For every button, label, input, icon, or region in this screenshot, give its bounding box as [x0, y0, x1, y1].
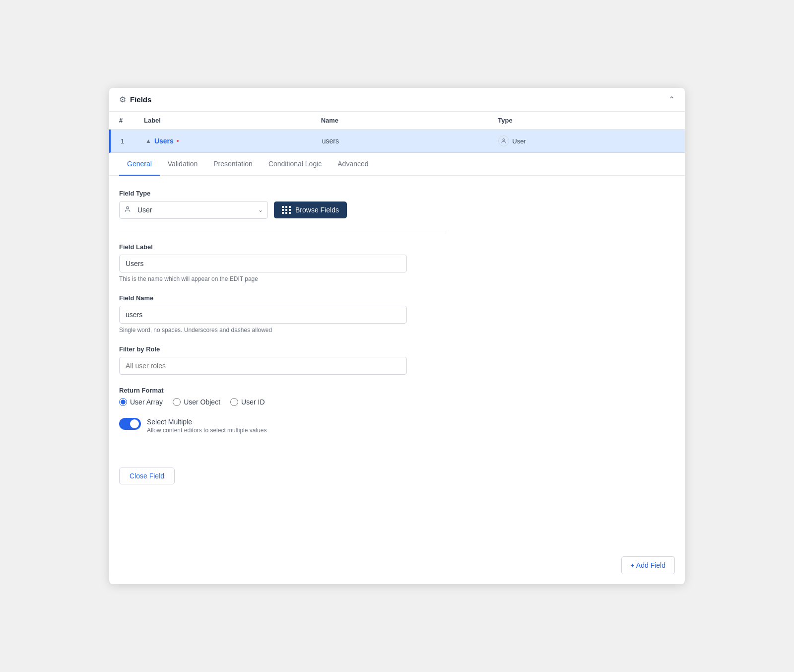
form-divider-1 [119, 231, 447, 231]
filter-by-role-input-wrapper [119, 357, 407, 375]
table-row[interactable]: 1 ▲ Users • users User [109, 130, 685, 153]
select-multiple-title: Select Multiple [147, 418, 266, 426]
radio-user-id[interactable]: User ID [230, 398, 265, 406]
filter-by-role-section: Filter by Role [119, 345, 447, 375]
field-label-hint: This is the name which will appear on th… [119, 275, 407, 282]
row-index: 1 [121, 137, 145, 145]
row-label-text: Users [154, 137, 174, 145]
gear-icon: ⚙ [119, 95, 126, 104]
field-editor: General Validation Presentation Conditio… [109, 153, 685, 499]
radio-user-object-input[interactable] [173, 398, 181, 406]
radio-user-id-input[interactable] [230, 398, 238, 406]
return-format-section: Return Format User Array User Object Use… [119, 387, 447, 406]
filter-by-role-label: Filter by Role [119, 345, 447, 353]
field-name-input[interactable] [119, 306, 407, 324]
radio-user-array-label: User Array [130, 398, 163, 406]
select-multiple-desc: Allow content editors to select multiple… [147, 427, 266, 434]
user-type-label: User [512, 137, 526, 145]
field-label-section: Field Label This is the name which will … [119, 243, 447, 282]
svg-point-0 [503, 139, 505, 141]
user-type-badge: User [498, 135, 526, 146]
field-type-select[interactable]: User [119, 201, 268, 219]
collapse-icon[interactable]: ⌃ [668, 95, 675, 104]
window-header: ⚙ Fields ⌃ [109, 88, 685, 112]
fields-panel: ⚙ Fields ⌃ # Label Name Type 1 ▲ Users •… [109, 88, 685, 584]
toggle-slider [119, 418, 141, 430]
header-left: ⚙ Fields [119, 95, 151, 104]
user-type-icon [498, 135, 509, 146]
row-name-cell: users [322, 137, 499, 145]
field-name-hint: Single word, no spaces. Underscores and … [119, 327, 407, 334]
filter-by-role-input[interactable] [119, 357, 407, 375]
field-type-section: Field Type User ⌄ [119, 190, 447, 219]
radio-user-id-label: User ID [241, 398, 265, 406]
field-type-row: User ⌄ Browse Fields [119, 201, 447, 219]
return-format-label: Return Format [119, 387, 447, 394]
field-label-input-wrapper: This is the name which will appear on th… [119, 255, 407, 282]
tab-validation[interactable]: Validation [160, 153, 205, 176]
toggle-row: Select Multiple Allow content editors to… [119, 418, 447, 434]
select-multiple-toggle[interactable] [119, 418, 141, 430]
field-type-select-wrapper: User ⌄ [119, 201, 268, 219]
field-name-input-wrapper: Single word, no spaces. Underscores and … [119, 306, 407, 334]
radio-user-object[interactable]: User Object [173, 398, 220, 406]
field-label-input[interactable] [119, 255, 407, 272]
row-chevron-icon: ▲ [145, 137, 151, 144]
col-label: Label [144, 117, 321, 124]
field-name-label: Field Name [119, 294, 447, 302]
select-multiple-section: Select Multiple Allow content editors to… [119, 418, 447, 434]
add-field-button[interactable]: + Add Field [621, 556, 675, 574]
form-content: Field Type User ⌄ [109, 176, 457, 460]
row-type-cell: User [498, 135, 675, 146]
tab-general[interactable]: General [119, 153, 160, 176]
col-number: # [119, 117, 144, 124]
radio-user-array[interactable]: User Array [119, 398, 163, 406]
tab-bar: General Validation Presentation Conditio… [109, 153, 685, 176]
close-field-button[interactable]: Close Field [119, 468, 175, 484]
tab-conditional-logic[interactable]: Conditional Logic [261, 153, 330, 176]
field-name-section: Field Name Single word, no spaces. Under… [119, 294, 447, 334]
return-format-radio-group: User Array User Object User ID [119, 398, 447, 406]
col-type: Type [498, 117, 675, 124]
browse-fields-label: Browse Fields [295, 206, 339, 214]
radio-user-array-input[interactable] [119, 398, 127, 406]
tab-presentation[interactable]: Presentation [205, 153, 261, 176]
field-label-label: Field Label [119, 243, 447, 251]
radio-user-object-label: User Object [184, 398, 220, 406]
table-header: # Label Name Type [109, 112, 685, 130]
page-title: Fields [130, 95, 151, 104]
grid-icon [282, 206, 291, 214]
toggle-label: Select Multiple Allow content editors to… [147, 418, 266, 434]
browse-fields-button[interactable]: Browse Fields [274, 202, 347, 218]
tab-advanced[interactable]: Advanced [330, 153, 376, 176]
required-indicator: • [177, 137, 179, 145]
col-name: Name [321, 117, 498, 124]
field-type-label: Field Type [119, 190, 447, 197]
row-label-cell: ▲ Users • [145, 137, 322, 145]
